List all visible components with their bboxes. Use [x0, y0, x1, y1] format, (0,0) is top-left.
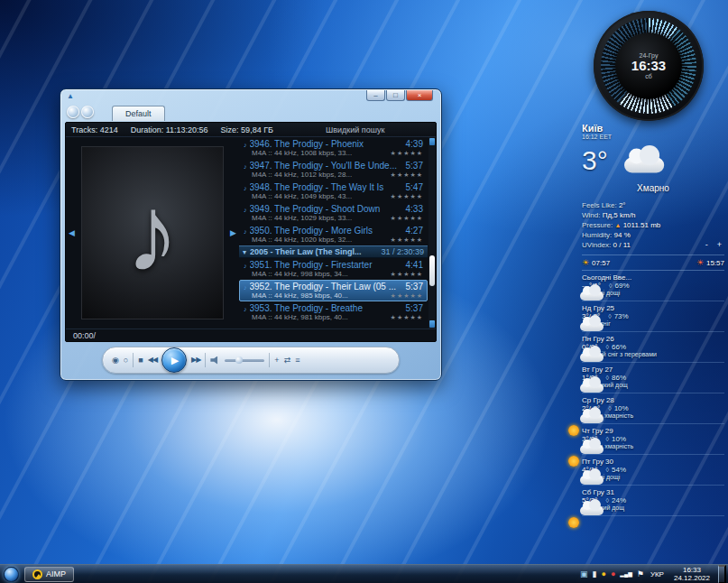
widget-plus-button[interactable]: + — [714, 241, 724, 249]
track-row[interactable]: ♪3949. The Prodigy - Shoot Down4:33 M4A … — [239, 202, 428, 224]
forecast-row[interactable]: Сб Гру 31 5°/3°◊24% Зливовий дощ — [582, 486, 724, 516]
art-next-button[interactable]: ▶ — [230, 228, 236, 237]
network-icon[interactable]: ▂▄▆ — [620, 571, 631, 577]
quick-menu-button[interactable] — [81, 106, 94, 118]
collapse-icon[interactable]: ▾ — [243, 248, 246, 256]
window-titlebar[interactable]: ▲ – □ × — [65, 89, 437, 104]
volume-icon[interactable] — [210, 356, 220, 365]
track-rating[interactable]: ★★★★★ — [391, 236, 423, 244]
track-row[interactable]: ♪3951. The Prodigy - Firestarter4:41 M4A… — [239, 258, 428, 280]
forecast-day: Пн Гру 26 — [582, 335, 724, 343]
language-indicator[interactable]: УКР — [649, 570, 666, 578]
track-row[interactable]: ♪3953. The Prodigy - Breathe5:37 M4A :: … — [239, 301, 428, 323]
scroll-up-button[interactable] — [429, 138, 435, 145]
track-rating[interactable]: ★★★★★ — [391, 292, 423, 300]
playlist-menu-button[interactable]: ≡ — [295, 356, 299, 365]
track-icon: ♪ — [244, 228, 247, 235]
playlist-scrollbar[interactable] — [429, 137, 436, 329]
forecast-row[interactable]: Ср Гру 28 2°/-2°◊10% Значна хмарність — [582, 393, 724, 424]
stop-button[interactable]: ■ — [138, 356, 143, 365]
scrollbar-thumb[interactable] — [429, 255, 435, 286]
track-title: 3950. The Prodigy - More Girls — [250, 226, 403, 236]
close-button[interactable]: × — [406, 90, 433, 101]
forecast-row[interactable]: Нд Гру 25 3°/-2°◊73% Дощ / сніг — [582, 301, 724, 332]
album-group-header[interactable]: ▾ 2005 - Their Law (The Singl... 31 / 2:… — [239, 245, 428, 258]
next-button[interactable]: ▶▶ — [191, 356, 200, 364]
security-icon[interactable]: ● — [611, 570, 615, 578]
art-prev-button[interactable]: ◀ — [69, 228, 75, 237]
track-rating[interactable]: ★★★★★ — [391, 215, 423, 222]
track-row[interactable]: ♪3950. The Prodigy - More Girls4:27 M4A … — [239, 224, 428, 245]
tray-clock[interactable]: 16:33 24.12.2022 — [670, 566, 714, 582]
window-icon: ▲ — [67, 92, 74, 100]
tracks-count: Tracks: 4214 — [71, 125, 118, 134]
weather-widget[interactable]: Київ 16:12 EET 3° Хмарно Feels Like: 2° … — [582, 123, 724, 516]
track-row-selected[interactable]: ♪3952. The Prodigy - Their Law (05 ...5:… — [239, 280, 428, 301]
main-menu-button[interactable] — [67, 106, 79, 118]
music-note-icon: ♪ — [125, 179, 180, 287]
sun-times-row: ☀ 07:57 ☀ 15:57 — [582, 254, 724, 271]
weather-location[interactable]: Київ — [582, 123, 724, 134]
playlist-tab-default[interactable]: Default — [112, 106, 165, 121]
show-desktop-button[interactable] — [718, 565, 726, 583]
sunset-icon: ☀ — [696, 258, 704, 267]
track-icon: ♪ — [244, 142, 247, 148]
playlist-size: Size: 59,84 ГБ — [221, 125, 273, 134]
precip-icon: ◊ — [606, 436, 609, 442]
aimp-tray-icon[interactable]: ● — [601, 570, 605, 578]
precip-chance: 73% — [614, 312, 629, 320]
precip-chance: 86% — [612, 374, 626, 382]
track-row[interactable]: ♪3948. The Prodigy - The Way It Is5:47 M… — [239, 180, 428, 202]
track-rating[interactable]: ★★★★★ — [391, 193, 423, 200]
track-details: M4A :: 44 kHz, 1012 kbps, 28... — [244, 171, 388, 179]
forecast-row[interactable]: Пт Гру 30 4°/1°◊54% Зливові дощі — [582, 455, 724, 486]
volume-slider-thumb[interactable] — [235, 356, 243, 364]
action-center-icon[interactable]: ⚑ — [637, 570, 644, 578]
forecast-row[interactable]: Пн Гру 26 0°/0°◊66% Вечірній сніг з пере… — [582, 332, 724, 363]
play-button[interactable]: ▶ — [161, 347, 187, 373]
track-rating[interactable]: ★★★★★ — [391, 171, 423, 179]
track-rating[interactable]: ★★★★★ — [391, 271, 423, 278]
track-time: 5:37 — [406, 303, 423, 313]
playlist-info-bar: Tracks: 4214 Duration: 11:13:20:56 Size:… — [66, 123, 436, 137]
scroll-down-button[interactable] — [429, 320, 435, 328]
clock-widget[interactable]: 24-Гру 16:33 сб — [594, 11, 704, 121]
forecast-row[interactable]: Вт Гру 27 1°/0°◊86% Невеликий дощ — [582, 363, 724, 393]
track-icon: ♪ — [244, 163, 247, 170]
forecast-day: Пт Гру 30 — [582, 458, 724, 466]
sunrise-time: 07:57 — [592, 259, 610, 267]
previous-button[interactable]: ◀◀ — [148, 356, 157, 364]
current-temperature: 3° — [582, 147, 608, 174]
forecast-row[interactable]: Сьогодні Вве... ---°/1°◊69% Зливові дощі — [582, 271, 724, 301]
sunrise-icon: ☀ — [582, 258, 589, 267]
humidity-label: Humidity: — [582, 231, 612, 239]
maximize-button[interactable]: □ — [386, 90, 405, 101]
playlist: ♪3946. The Prodigy - Phoenix4:39 M4A :: … — [239, 137, 436, 329]
elapsed-time: 00:00/ — [73, 331, 96, 340]
volume-slider[interactable] — [225, 359, 264, 362]
player-content: ◀ ♪ ▶ ♪3946. The Prodigy - Phoenix4:39 M… — [66, 137, 436, 329]
start-button[interactable] — [4, 567, 19, 582]
track-row[interactable]: ♪3947. The Prodigy - You'll Be Unde...5:… — [239, 159, 428, 180]
widget-minus-button[interactable]: - — [703, 241, 711, 249]
minimize-button[interactable]: – — [366, 90, 385, 101]
forecast-day: Чт Гру 29 — [582, 427, 724, 435]
scheduler-button[interactable]: ○ — [124, 356, 128, 365]
search-input[interactable] — [324, 125, 430, 135]
shuffle-button[interactable]: ⇄ — [284, 356, 291, 365]
pressure-trend-icon: ▲ — [614, 222, 621, 228]
taskbar-aimp-button[interactable]: AIMP — [24, 567, 74, 582]
battery-icon[interactable]: ▮ — [592, 570, 596, 578]
pressure-label: Pressure: — [582, 221, 613, 229]
track-rating[interactable]: ★★★★★ — [391, 314, 423, 321]
add-button[interactable]: + — [274, 356, 279, 365]
record-button[interactable]: ◉ — [112, 356, 119, 365]
group-title: 2005 - Their Law (The Singl... — [250, 247, 377, 256]
track-rating[interactable]: ★★★★★ — [391, 150, 423, 157]
precip-chance: 10% — [614, 404, 629, 412]
forecast-row[interactable]: Чт Гру 29 3°/0°◊10% Значна хмарність — [582, 424, 724, 455]
track-row[interactable]: ♪3946. The Prodigy - Phoenix4:39 M4A :: … — [239, 137, 428, 159]
player-panel: Tracks: 4214 Duration: 11:13:20:56 Size:… — [65, 122, 437, 342]
display-icon[interactable]: ▣ — [580, 570, 588, 578]
clock-face: 24-Гру 16:33 сб — [615, 32, 682, 99]
